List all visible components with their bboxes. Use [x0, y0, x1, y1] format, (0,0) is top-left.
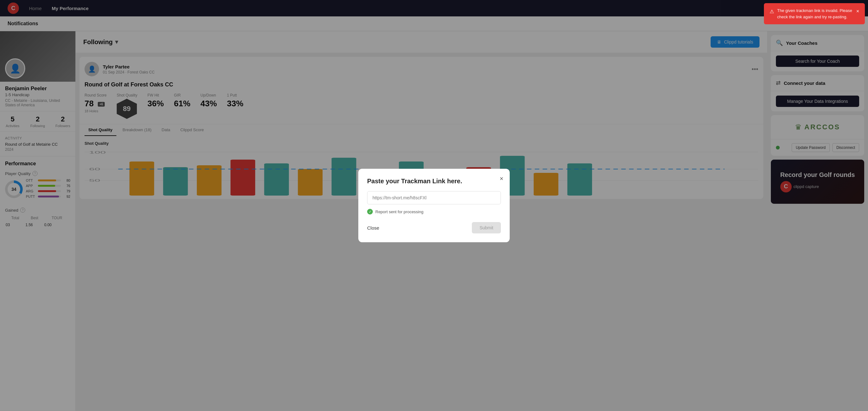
modal-success-msg: ✓ Report sent for processing [367, 209, 501, 215]
toast-close-btn[interactable]: × [856, 7, 859, 15]
warning-icon: ⚠ [770, 8, 774, 15]
trackman-modal: Paste your Trackman Link here. × ✓ Repor… [358, 169, 510, 242]
modal-close-icon[interactable]: × [500, 175, 503, 182]
error-toast: ⚠ The given trackman link is invalid. Pl… [764, 3, 865, 24]
modal-overlay[interactable]: Paste your Trackman Link here. × ✓ Repor… [0, 0, 868, 411]
success-checkmark-icon: ✓ [367, 209, 373, 215]
trackman-input[interactable] [367, 191, 501, 204]
modal-title: Paste your Trackman Link here. [367, 178, 501, 185]
modal-footer: Close Submit [367, 222, 501, 233]
modal-submit-btn[interactable]: Submit [472, 222, 501, 233]
modal-close-btn[interactable]: Close [367, 225, 379, 230]
